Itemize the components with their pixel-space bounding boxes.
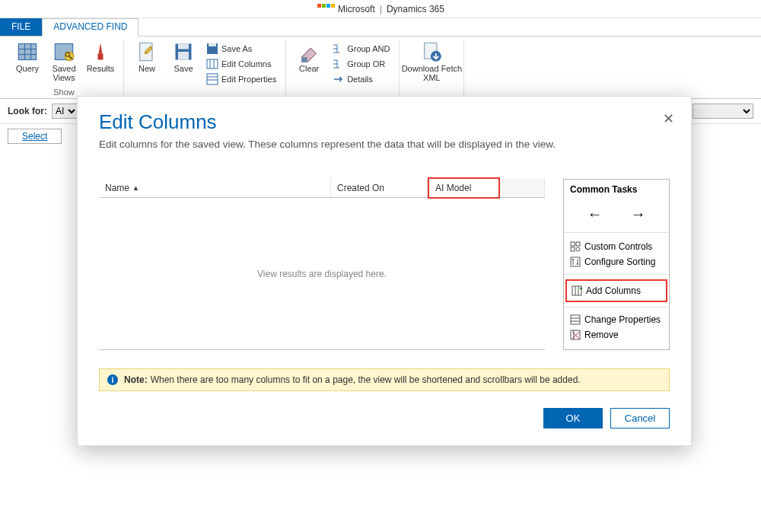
ribbon-save-as-label: Save As (221, 44, 252, 53)
ok-button[interactable]: OK (543, 408, 603, 428)
common-tasks-panel: Common Tasks ← → Custom Controls Configu… (563, 179, 670, 350)
ribbon-download-fetch-button[interactable]: Download Fetch XML (404, 40, 459, 96)
move-left-icon[interactable]: ← (587, 205, 603, 223)
column-header-filler (500, 179, 545, 197)
ribbon-save-button[interactable]: Save (165, 40, 202, 96)
svg-rect-17 (209, 43, 216, 46)
ribbon-results-button[interactable]: Results (82, 40, 119, 87)
ribbon-group-or-button[interactable]: Group OR (330, 56, 391, 72)
saved-views-icon (53, 41, 75, 62)
column-header-name[interactable]: Name ▲ (99, 179, 331, 197)
columns-area: Name ▲ Created On AI Model View results … (99, 179, 545, 350)
ribbon-query-button[interactable]: Query (9, 40, 46, 87)
column-header-created-label: Created On (337, 183, 384, 193)
task-remove[interactable]: Remove (564, 327, 669, 342)
ribbon-group-show: Query Saved Views Results Show (5, 40, 124, 98)
view-results-placeholder: View results are displayed here. (99, 198, 545, 350)
task-custom-controls-label: Custom Controls (584, 241, 652, 252)
brand-bar: Microsoft | Dynamics 365 (0, 0, 761, 18)
dialog-subtitle: Edit columns for the saved view. These c… (99, 139, 670, 150)
brand-microsoft: Microsoft (338, 4, 375, 14)
edit-columns-dialog: ✕ Edit Columns Edit columns for the save… (77, 96, 692, 446)
ribbon-group-save: New Save Save As E (124, 40, 286, 98)
edit-columns-icon (206, 58, 218, 70)
brand-separator: | (380, 4, 382, 14)
ribbon-clear-button[interactable]: Clear (291, 40, 327, 96)
select-link[interactable]: Select (8, 129, 62, 144)
microsoft-logo-icon (317, 4, 335, 14)
ribbon-group-and-button[interactable]: Group AND (330, 41, 391, 56)
ribbon-edit-properties-button[interactable]: Edit Properties (205, 72, 278, 87)
group-or-icon (332, 58, 344, 70)
ribbon-edit-properties-label: Edit Properties (221, 75, 276, 84)
svg-marker-25 (302, 57, 307, 62)
close-icon[interactable]: ✕ (663, 110, 674, 127)
group-and-icon (332, 43, 344, 55)
ribbon-edit-columns-button[interactable]: Edit Columns (205, 56, 278, 72)
cancel-button[interactable]: Cancel (610, 408, 670, 428)
svg-rect-28 (571, 242, 575, 246)
remove-icon (570, 330, 581, 340)
add-columns-icon (572, 285, 582, 296)
new-icon (136, 41, 158, 62)
note-label: Note: (124, 374, 148, 385)
info-icon: i (107, 374, 118, 385)
svg-rect-30 (571, 247, 575, 251)
task-change-properties-label: Change Properties (584, 314, 661, 325)
column-headers: Name ▲ Created On AI Model (99, 179, 545, 198)
ribbon-saved-views-label: Saved Views (52, 64, 75, 82)
tab-file[interactable]: FILE (0, 18, 42, 36)
look-for-select[interactable]: AI Bui (52, 104, 78, 119)
ribbon-edit-columns-label: Edit Columns (221, 59, 271, 68)
task-add-columns-label: Add Columns (586, 285, 641, 296)
right-select[interactable] (693, 104, 753, 119)
ribbon-group-download: Download Fetch XML (400, 40, 464, 98)
svg-rect-9 (98, 53, 103, 59)
ribbon-download-fetch-label: Download Fetch XML (402, 64, 463, 82)
tab-row: FILE ADVANCED FIND (0, 18, 761, 37)
task-change-properties[interactable]: Change Properties (564, 312, 669, 327)
ribbon-clear-label: Clear (299, 64, 319, 73)
brand-product: Dynamics 365 (387, 4, 444, 14)
ribbon-new-label: New (139, 64, 155, 73)
svg-rect-29 (576, 242, 580, 246)
svg-rect-36 (571, 315, 580, 324)
ribbon-saved-views-button[interactable]: Saved Views (46, 40, 82, 87)
task-add-columns[interactable]: Add Columns (565, 279, 667, 302)
svg-rect-18 (207, 59, 218, 68)
ribbon-group-and-label: Group AND (347, 44, 390, 53)
svg-rect-21 (207, 74, 218, 84)
sort-asc-icon: ▲ (132, 184, 139, 192)
column-header-ai-label: AI Model (435, 183, 471, 193)
svg-rect-14 (178, 44, 189, 49)
ribbon-save-as-button[interactable]: Save As (205, 41, 278, 56)
move-right-icon[interactable]: → (631, 205, 646, 223)
ribbon-new-button[interactable]: New (129, 40, 165, 96)
configure-sorting-icon (570, 256, 581, 267)
task-configure-sorting[interactable]: Configure Sorting (564, 254, 669, 269)
task-configure-sorting-label: Configure Sorting (584, 256, 655, 267)
ribbon: Query Saved Views Results Show (0, 37, 761, 99)
dialog-title: Edit Columns (99, 110, 670, 134)
column-header-ai-model[interactable]: AI Model (428, 177, 500, 199)
ribbon-results-label: Results (87, 64, 115, 73)
tab-advanced-find[interactable]: ADVANCED FIND (42, 18, 139, 37)
custom-controls-icon (570, 241, 581, 252)
svg-rect-33 (572, 286, 581, 295)
table-icon (17, 41, 38, 62)
ribbon-details-label: Details (347, 75, 373, 84)
ribbon-save-label: Save (174, 64, 193, 73)
task-remove-label: Remove (584, 330, 619, 340)
note-bar: i Note: When there are too many columns … (99, 368, 670, 391)
column-header-created-on[interactable]: Created On (331, 179, 428, 197)
svg-rect-15 (178, 52, 189, 60)
ribbon-group-clear: Clear Group AND Group OR (286, 40, 400, 98)
note-text: When there are too many columns to fit o… (151, 374, 581, 385)
task-custom-controls[interactable]: Custom Controls (564, 239, 669, 254)
eraser-icon (298, 41, 320, 62)
look-for-label: Look for: (8, 106, 47, 116)
save-as-icon (206, 43, 218, 55)
common-tasks-title: Common Tasks (564, 184, 669, 201)
download-fetch-icon (421, 41, 442, 62)
ribbon-details-button[interactable]: Details (330, 72, 391, 87)
